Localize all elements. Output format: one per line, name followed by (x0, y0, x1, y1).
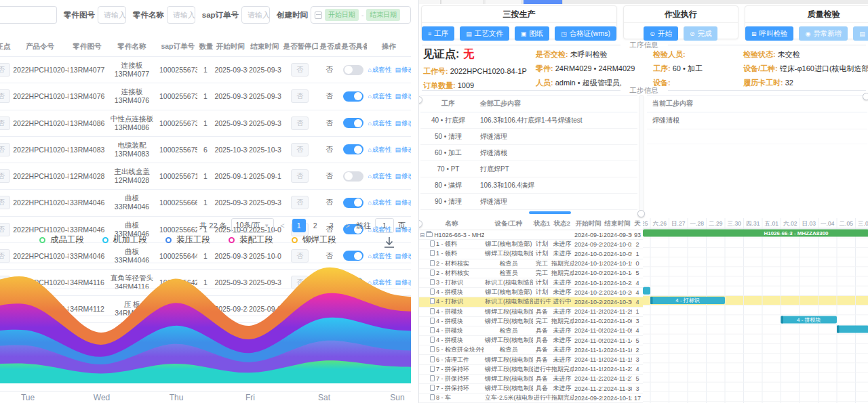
gantt-task-row[interactable]: ⊟H1026-66-3 - MHZZA83002024-09-182024-09… (419, 230, 643, 240)
pause-badge[interactable]: 否 (291, 89, 309, 103)
legend-item[interactable]: 铆焊工段 (292, 234, 336, 246)
tab-segment[interactable] (419, 0, 441, 4)
part-name-input[interactable]: 请输入 (167, 6, 195, 24)
certificate-button[interactable]: ◳合格证(wms) (555, 26, 616, 41)
page-number[interactable]: 3 (325, 219, 338, 232)
end-cell: 2024-11-06 (603, 316, 632, 326)
step-row[interactable]: 80 • 满焊106.3和106.4满焊 (420, 177, 637, 194)
pause-badge[interactable]: 否 (291, 63, 309, 77)
gantt-task-row[interactable]: 1 - 领料铆焊工段(核电制造部)计划未进序2024-10-042024-10-… (419, 249, 643, 259)
record-link[interactable]: ▤修改记录 (395, 92, 411, 100)
set-link[interactable]: ⌂成套性 (368, 66, 392, 73)
step-content-cell: 焊缝清理 (476, 129, 637, 145)
end-date-placeholder[interactable]: 结束日期 (366, 9, 400, 21)
gantt-task-row[interactable]: 4 - 拼模块铆焊工段(核电制造部)具备未进序2024-11-282024-11… (419, 307, 643, 316)
collapse-icon[interactable]: ⊟ (420, 232, 425, 238)
record-link[interactable]: ▤修改记录 (395, 66, 411, 73)
gantt-task-row[interactable]: 3 - 打标识标识工(核电制造部)计划未进序2024-10-182024-10-… (419, 278, 643, 287)
step-row[interactable]: 70 • PT打底焊PT (420, 161, 637, 177)
gantt-task-row[interactable]: 7 - 拼保持环铆焊工段(核电制造部)具备未进序2024-11-272024-1… (419, 384, 643, 394)
info-field: 是否交检: 未呼叫检验 (536, 49, 651, 60)
page-number[interactable]: 1 (292, 219, 306, 232)
gantt-task-row[interactable]: 5 - 检查拼全块外径检查员具备未进序2024-11-142024-11-162 (419, 345, 643, 355)
goto-page-input[interactable]: 1 (375, 218, 394, 233)
record-link[interactable]: ▤修改记录 (395, 198, 411, 206)
gantt-task-row[interactable]: 4 - 拼模块铆焊工段(核电制造部)完工拖期完成2024-11-022024-1… (419, 316, 643, 326)
info-field: 检验状态: 未交检 (743, 49, 868, 60)
gantt-task-row[interactable]: 7 - 拼保持环铆焊工段(核电制造部)具备未进序2024-11-222024-1… (419, 374, 643, 383)
tab-segment[interactable] (486, 0, 522, 4)
calendar-icon (315, 12, 322, 19)
page-size-select[interactable]: 10条/页▼ (231, 218, 275, 233)
play-button[interactable]: ⊙开始 (644, 26, 678, 41)
status1-cell: 计划 (533, 278, 551, 287)
horizontal-scrollbar-thumb[interactable] (529, 211, 571, 214)
step-row[interactable]: 40 • 打底焊106.3和106.4打底焊1-4号焊缝test (420, 112, 637, 129)
complete-set-cell: 否 (318, 136, 340, 163)
status2-cell: 未进序 (551, 326, 574, 335)
legend-item[interactable]: 装配工段 (229, 234, 273, 246)
gantt-task-row[interactable]: 2 - 材料核实检查员完工拖期完成2024-10-182024-10-190 (419, 259, 643, 268)
pause-badge[interactable]: 否 (291, 196, 309, 209)
gantt-task-row[interactable]: 4 - 拼模块检查员具备未进序2024-11-052024-11-094 (419, 326, 643, 335)
status1-cell: 具备 (533, 345, 551, 355)
status1-cell: 具备 (533, 384, 551, 394)
gantt-task-row[interactable]: 2 - 材料核实检查员完工拖期完成2024-10-092024-10-145 (419, 268, 643, 278)
download-chart-icon[interactable] (382, 236, 396, 252)
list-button[interactable]: ≡工序 (422, 26, 454, 41)
pause-badge[interactable]: 否 (291, 169, 309, 183)
gantt-task-row[interactable]: 1 - 领料铆工(核电制造部)计划未进序2024-09-292024-10-01… (419, 240, 643, 249)
created-time-range-picker[interactable]: 开始日期 - 结束日期 (311, 6, 411, 24)
ready-toggle[interactable] (343, 198, 363, 208)
gantt-task-row[interactable]: 6 - 清理工件铆焊工段(核电制造部)具备未进序2024-11-162024-1… (419, 355, 643, 364)
pane-resize-handle[interactable] (863, 93, 868, 100)
pause-badge[interactable]: 否 (291, 143, 309, 156)
next-page-button[interactable]: > (344, 221, 352, 230)
set-link[interactable]: ⌂成套性 (368, 92, 392, 100)
legend-item[interactable]: 成品工段 (39, 234, 84, 246)
set-link[interactable]: ⌂成套性 (368, 119, 392, 127)
part-drawing-input[interactable]: 请输入 (98, 6, 126, 24)
drawing-button[interactable]: ▣图纸 (515, 26, 550, 41)
ready-toggle[interactable] (343, 65, 363, 75)
file-icon (430, 375, 435, 381)
prev-page-button[interactable]: < (278, 221, 286, 230)
legend-item[interactable]: 装压工段 (165, 234, 210, 246)
legend-item[interactable]: 机加工段 (102, 234, 147, 246)
chart-x-axis: TueWedThuFriSatSun (0, 391, 411, 403)
pause-badge[interactable]: 否 (291, 116, 309, 130)
vertical-scrollbar[interactable] (639, 95, 644, 214)
call-inspect-button[interactable]: ⊞呼叫检验 (745, 26, 794, 41)
gantt-task-row[interactable]: 4 - 拼模块铆工(核电制造部)计划未进序2024-10-222024-10-2… (419, 288, 643, 297)
pane-resize-handle[interactable] (637, 210, 645, 217)
ready-toggle[interactable] (343, 91, 363, 102)
gantt-task-row[interactable]: 4 - 拼模块铆焊工段(核电制造部)具备未进序2024-11-092024-11… (419, 336, 643, 345)
document-button[interactable]: ▤工艺文件 (460, 26, 509, 41)
record-link[interactable]: ▤修改记录 (395, 119, 411, 127)
note-icon: ▤ (395, 66, 401, 73)
record-link[interactable]: ▤修改记录 (395, 146, 411, 153)
step-row[interactable]: 60 • 加工焊缝清根 (420, 145, 637, 161)
set-link[interactable]: ⌂成套性 (368, 146, 392, 153)
start-date-placeholder[interactable]: 开始日期 (325, 9, 359, 21)
tab-segment[interactable] (442, 0, 484, 4)
page-number[interactable]: 2 (309, 219, 322, 232)
step-row[interactable]: 90 • 清理焊缝清理 (420, 194, 637, 210)
clipped-filter-input[interactable] (0, 6, 57, 24)
gantt-task-row[interactable]: 7 - 拼保持环铆焊工段(核电制造部)进行中拖期完成2024-11-192024… (419, 364, 643, 374)
set-link[interactable]: ⌂成套性 (368, 198, 392, 206)
gantt-task-row[interactable]: 8 - 车立车-2.5米(核电制造部)进行中拖期完成2024-09-252024… (419, 394, 643, 403)
sap-order-input[interactable]: 请输入 (241, 6, 270, 24)
ready-toggle[interactable] (343, 118, 363, 128)
tab-segment-active[interactable] (524, 0, 563, 4)
info-value: admin • 超级管理员, (553, 79, 622, 87)
file-icon (430, 289, 435, 295)
status2-cell: 未进序 (551, 345, 574, 355)
ready-toggle[interactable] (343, 144, 363, 154)
set-link[interactable]: ⌂成套性 (368, 172, 392, 179)
record-link[interactable]: ▤修改记录 (395, 172, 411, 179)
ready-toggle[interactable] (343, 171, 363, 182)
gantt-task-row[interactable]: 4 - 打标识标识工(核电制造部)进行中进行中2024-10-262024-10… (419, 297, 643, 307)
step-row[interactable]: 50 • 清理焊缝清理 (420, 129, 637, 145)
note-icon: ▤ (395, 93, 401, 100)
